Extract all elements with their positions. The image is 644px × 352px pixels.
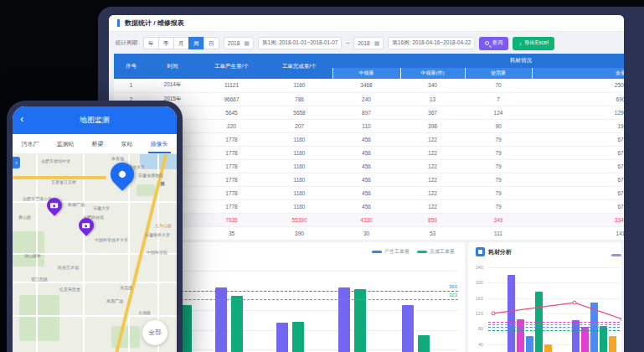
table-cell: 122 [400, 199, 465, 213]
table-cell: 122 [400, 159, 465, 173]
camera-icon [82, 223, 90, 228]
bar[interactable] [338, 287, 350, 352]
bar[interactable] [292, 322, 304, 352]
table-cell: 2014年 [148, 79, 197, 92]
period-option-年[interactable]: 年 [143, 37, 159, 49]
breadcrumb-accent-bar [117, 19, 120, 27]
consumables-line-series [468, 242, 621, 352]
table-total-row: 合计76355539043308593493349 [114, 213, 624, 226]
map-place-label: 翠微广场 [68, 202, 85, 207]
bar[interactable] [402, 305, 414, 352]
average-line-label: 360 [449, 284, 457, 289]
period-option-日[interactable]: 日 [204, 37, 219, 49]
map-place-label: 东流路 [120, 285, 132, 290]
phone-tab-泵站[interactable]: 泵站 [121, 140, 133, 148]
map-place-label: 民俗艺术馆 [58, 265, 79, 270]
map-expand-button[interactable]: › [13, 157, 20, 168]
period-segmented-control: 年季月周日 [143, 37, 219, 49]
table-cell: 67 [532, 159, 624, 173]
bar[interactable] [276, 323, 288, 352]
table-cell: 897 [332, 106, 400, 119]
table-cell: 456 [332, 146, 400, 159]
phone-tab-摄像头[interactable]: 摄像头 [151, 140, 168, 148]
table-cell: 398 [400, 119, 465, 132]
bar[interactable] [354, 289, 366, 352]
table-cell: 1160 [266, 132, 332, 146]
map-place-label: 中国科学技术大学 [95, 237, 128, 242]
table-cell: 456 [332, 173, 400, 186]
map-place-label: 中国科学院 [147, 250, 167, 255]
phone-tab-bar: 污水厂监测站桥梁泵站摄像头 [13, 134, 177, 154]
table-cell: 2500 [532, 79, 624, 92]
table-row: 9第16周177811604561227967 [114, 186, 624, 199]
table-cell: 5645 [197, 106, 266, 119]
year-end-select[interactable]: 2018 ▦ [353, 37, 384, 49]
table-row: 10第17周177811604561227967 [114, 199, 624, 213]
table-cell: 110 [332, 119, 400, 132]
table-cell: 122 [400, 173, 465, 186]
period-option-季[interactable]: 季 [158, 37, 174, 49]
table-row: 6第13周177811604561227967 [114, 146, 624, 159]
calendar-icon: ▦ [244, 40, 250, 46]
table-cell: 1160 [266, 173, 332, 186]
table-cell: 67 [532, 199, 624, 213]
map-place-label: 凤凰广场 [106, 298, 123, 303]
export-button-label: 导出Excel [524, 39, 549, 47]
phone-tab-监测站[interactable]: 监测站 [57, 140, 75, 148]
subheader-申领量: 申领量 [332, 68, 400, 79]
map-place-label: 五里墩立交桥 [51, 179, 76, 184]
table-cell: 1778 [197, 173, 266, 186]
period-option-周[interactable]: 周 [188, 37, 204, 49]
table-cell: 79 [465, 199, 532, 213]
map-place-label: 体育场 [111, 156, 124, 161]
table-cell: 70 [465, 79, 532, 92]
table-cell: 1778 [197, 132, 266, 146]
table-cell: 390 [266, 226, 332, 240]
period-label: 统计周期: [116, 39, 139, 47]
table-cell: 79 [465, 173, 532, 186]
table-cell: 240 [332, 92, 400, 106]
table-cell: 1778 [197, 146, 266, 159]
table-cell: 786 [266, 92, 332, 106]
map-place-label: 湖山路桥 [24, 253, 41, 258]
query-button-label: 查询 [492, 39, 502, 47]
table-average-row: 平均值353903053111141 [114, 226, 624, 240]
table-cell: 67 [532, 173, 624, 186]
table-cell: 456 [332, 186, 400, 199]
phone-header: ‹ 地图监测 [13, 106, 177, 134]
bar[interactable] [418, 335, 430, 352]
camera-icon [50, 203, 58, 208]
average-line-label: 323 [449, 292, 457, 298]
phone-tab-污水厂[interactable]: 污水厂 [22, 140, 39, 148]
period-option-月[interactable]: 月 [173, 37, 189, 49]
year-start-select[interactable]: 2018 ▦ [224, 37, 254, 49]
table-row: 5第12周177811604561227967 [114, 132, 624, 146]
table-cell: 19 [532, 119, 624, 132]
subheader-余量: 余量 [532, 68, 624, 79]
bar[interactable] [215, 287, 227, 352]
breadcrumb[interactable]: 数据统计 / 维修报表 [125, 18, 184, 28]
year-start-value: 2018 [228, 40, 240, 46]
table-cell: 79 [465, 186, 532, 199]
show-all-button[interactable]: 全部 [142, 320, 167, 345]
table-cell: 1160 [266, 199, 332, 213]
map-place-label: 九华山路 [155, 223, 172, 228]
table-cell: 220 [197, 119, 266, 132]
map-park [111, 326, 140, 348]
year-end-value: 2018 [358, 40, 369, 46]
table-cell: 35 [197, 226, 266, 240]
back-icon[interactable]: ‹ [20, 113, 23, 124]
range-end-input[interactable]: 第16周: 2018-04-16~2018-04-22 [388, 37, 475, 49]
map-view[interactable]: 合肥市琥珀中学体育场安徽农业大学安徽省博物院五里墩立交桥桐城路合肥市宁溪小学翠微… [13, 154, 177, 352]
consumables-chart-card: 耗材分析 2402001601208040 [468, 242, 621, 352]
table-cell: 55390 [266, 213, 332, 226]
map-place-label: 合肥市琥珀中学 [41, 158, 70, 163]
export-excel-button[interactable]: ↓ 导出Excel [513, 37, 554, 50]
query-button[interactable]: 查询 [479, 37, 508, 50]
table-cell: 1778 [197, 159, 266, 173]
bar[interactable] [231, 296, 243, 352]
phone-tab-桥梁[interactable]: 桥梁 [92, 140, 104, 148]
range-start-input[interactable]: 第1周: 2018-01-01~2018-01-07 [258, 37, 343, 49]
selected-camera-pin[interactable] [106, 158, 139, 191]
table-row: 8第15周177811604561227967 [114, 173, 624, 186]
